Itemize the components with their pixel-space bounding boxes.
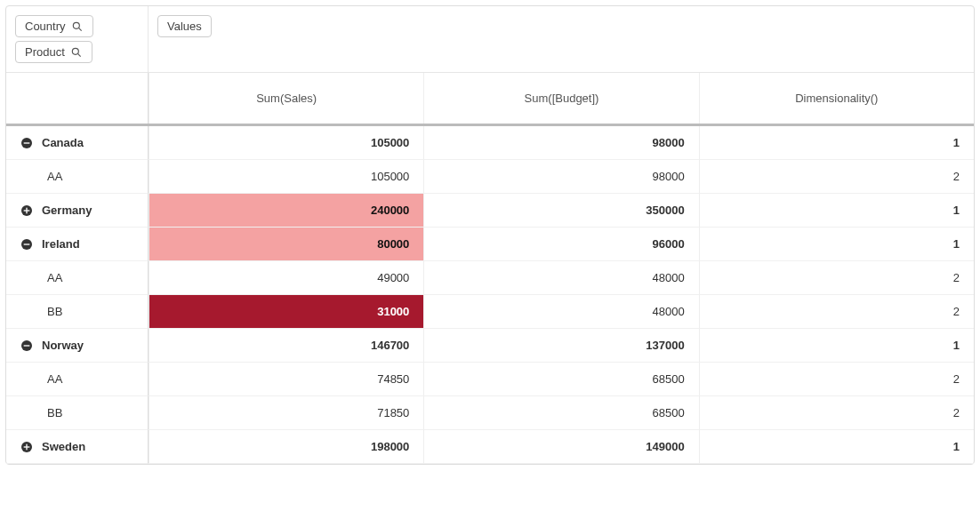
svg-rect-8	[26, 207, 27, 213]
dimension-chip-country[interactable]: Country	[15, 15, 93, 37]
svg-point-0	[73, 22, 79, 28]
row-label-text: BB	[47, 305, 62, 318]
cell-sales[interactable]: 80000	[149, 228, 423, 261]
cell-budget[interactable]: 48000	[423, 295, 698, 329]
cell-dimensionality[interactable]: 2	[699, 160, 974, 194]
dimension-chip-product[interactable]: Product	[15, 41, 92, 63]
row-cells: 105000980001	[149, 126, 974, 160]
cell-budget[interactable]: 48000	[423, 261, 698, 295]
chip-label: Values	[167, 20, 202, 33]
dimension-chips: Country Product	[6, 6, 149, 72]
cell-sales[interactable]: 240000	[149, 194, 423, 228]
table-row: AA105000980002	[6, 160, 974, 194]
svg-rect-15	[26, 443, 27, 450]
values-chip[interactable]: Values	[157, 15, 212, 37]
cell-sales[interactable]: 71850	[149, 396, 423, 430]
row-label[interactable]: Germany	[6, 194, 149, 228]
row-label[interactable]: AA	[6, 261, 149, 295]
cell-budget[interactable]: 68500	[423, 396, 698, 430]
cell-dimensionality[interactable]: 2	[699, 363, 974, 396]
cell-dimensionality[interactable]: 2	[699, 396, 974, 430]
cell-dimensionality[interactable]: 1	[699, 329, 974, 363]
row-label-text: AA	[47, 170, 62, 183]
row-label[interactable]: Norway	[6, 329, 149, 363]
svg-rect-5	[24, 142, 30, 143]
row-label[interactable]: Canada	[6, 126, 149, 160]
cell-sales[interactable]: 49000	[149, 261, 423, 295]
collapse-icon[interactable]	[19, 135, 35, 151]
svg-rect-10	[24, 244, 30, 244]
cell-budget[interactable]: 96000	[423, 228, 698, 261]
cell-budget[interactable]: 350000	[423, 194, 698, 228]
cell-dimensionality[interactable]: 2	[699, 295, 974, 329]
row-cells: 74850685002	[149, 363, 974, 396]
cell-sales[interactable]: 198000	[149, 430, 423, 464]
cell-sales[interactable]: 105000	[149, 126, 423, 160]
row-cells: 1467001370001	[149, 329, 974, 363]
table-row: Norway1467001370001	[6, 329, 974, 363]
dim-header-blank	[6, 73, 149, 124]
row-cells: 105000980002	[149, 160, 974, 194]
row-label[interactable]: BB	[6, 396, 149, 430]
row-label-text: BB	[47, 406, 62, 419]
pivot-table: Country Product Values Sum(Sales) Sum([B…	[5, 5, 975, 465]
row-cells: 31000480002	[149, 295, 974, 329]
measure-header-dim[interactable]: Dimensionality()	[699, 73, 974, 124]
table-row: Sweden1980001490001	[6, 430, 974, 464]
row-label[interactable]: AA	[6, 160, 149, 194]
expand-icon[interactable]	[19, 439, 35, 455]
measure-headers: Sum(Sales) Sum([Budget]) Dimensionality(…	[149, 73, 974, 124]
row-cells: 1980001490001	[149, 430, 974, 464]
cell-sales[interactable]: 146700	[149, 329, 423, 363]
chip-label: Country	[25, 20, 66, 33]
row-cells: 2400003500001	[149, 194, 974, 228]
collapse-icon[interactable]	[19, 236, 35, 252]
cell-dimensionality[interactable]: 1	[699, 228, 974, 261]
cell-budget[interactable]: 137000	[423, 329, 698, 363]
row-label-text: AA	[47, 372, 62, 386]
svg-line-1	[78, 28, 81, 30]
table-row: Ireland80000960001	[6, 228, 974, 261]
row-cells: 80000960001	[149, 228, 974, 261]
expand-icon[interactable]	[19, 203, 35, 219]
row-label[interactable]: Ireland	[6, 228, 149, 261]
cell-budget[interactable]: 68500	[423, 363, 698, 396]
measure-header-sales[interactable]: Sum(Sales)	[149, 73, 423, 124]
column-headers: Sum(Sales) Sum([Budget]) Dimensionality(…	[6, 73, 974, 126]
row-label-text: Germany	[42, 204, 92, 217]
table-row: Germany2400003500001	[6, 194, 974, 228]
cell-sales[interactable]: 74850	[149, 363, 423, 396]
chip-label: Product	[25, 45, 65, 59]
cell-dimensionality[interactable]: 2	[699, 261, 974, 295]
row-label[interactable]: BB	[6, 295, 149, 329]
row-label-text: Ireland	[42, 237, 80, 251]
row-label-text: Sweden	[42, 440, 85, 453]
values-chips: Values	[149, 6, 974, 72]
search-icon	[71, 20, 84, 33]
svg-point-2	[72, 48, 78, 54]
row-label-text: Canada	[42, 136, 84, 149]
table-row: AA49000480002	[6, 261, 974, 295]
cell-sales[interactable]: 31000	[149, 295, 423, 329]
search-icon	[70, 46, 83, 59]
cell-dimensionality[interactable]: 1	[699, 430, 974, 464]
svg-rect-12	[24, 345, 30, 346]
table-row: Canada105000980001	[6, 126, 974, 160]
row-label[interactable]: AA	[6, 363, 149, 396]
svg-line-3	[77, 53, 80, 56]
row-label-text: Norway	[42, 339, 84, 352]
row-label[interactable]: Sweden	[6, 430, 149, 464]
measure-header-budget[interactable]: Sum([Budget])	[423, 73, 698, 124]
selector-bar: Country Product Values	[6, 6, 974, 73]
cell-dimensionality[interactable]: 1	[699, 194, 974, 228]
cell-budget[interactable]: 98000	[423, 126, 698, 160]
collapse-icon[interactable]	[19, 338, 35, 354]
cell-budget[interactable]: 149000	[423, 430, 698, 464]
table-row: BB31000480002	[6, 295, 974, 329]
cell-budget[interactable]: 98000	[423, 160, 698, 194]
row-cells: 71850685002	[149, 396, 974, 430]
cell-dimensionality[interactable]: 1	[699, 126, 974, 160]
cell-sales[interactable]: 105000	[149, 160, 423, 194]
table-row: AA74850685002	[6, 363, 974, 396]
table-row: BB71850685002	[6, 396, 974, 430]
